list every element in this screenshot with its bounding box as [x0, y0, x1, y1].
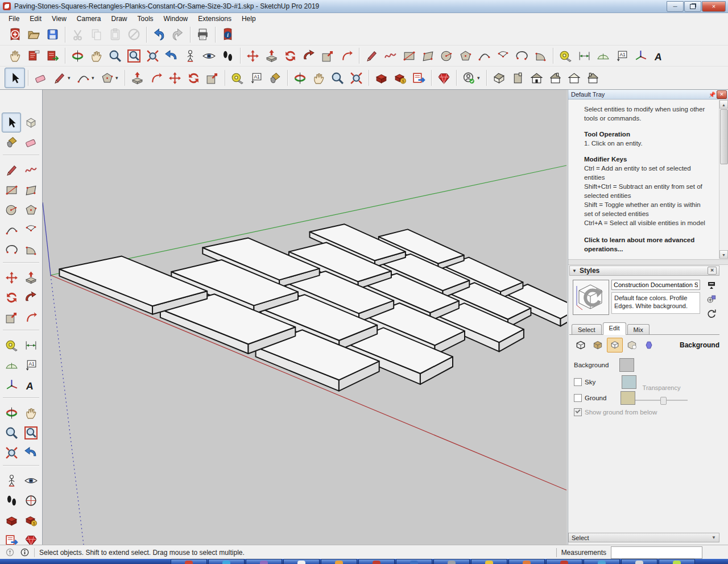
share-model-button[interactable]: $: [21, 511, 40, 530]
axes-button[interactable]: [2, 375, 21, 395]
3d-warehouse-button[interactable]: [372, 69, 391, 87]
push-pull-button[interactable]: [21, 268, 40, 288]
view-back-button[interactable]: [565, 69, 584, 87]
model-viewport[interactable]: [43, 90, 567, 545]
component-options-button[interactable]: [24, 47, 43, 65]
zoom-window-button[interactable]: [21, 423, 40, 443]
paste-button[interactable]: [106, 26, 125, 44]
rotate-button[interactable]: [281, 47, 300, 65]
rotate-button[interactable]: [184, 69, 203, 87]
edge-settings-icon[interactable]: [573, 338, 589, 353]
scroll-thumb[interactable]: [720, 109, 728, 164]
view-top-button[interactable]: [508, 69, 527, 87]
shapes-button[interactable]: [98, 69, 117, 87]
pie-button[interactable]: [21, 220, 40, 240]
paint-bucket-button[interactable]: [266, 69, 284, 87]
polygon-button[interactable]: [456, 47, 475, 65]
tray-splitter[interactable]: [568, 259, 728, 265]
interact-button[interactable]: [6, 47, 24, 65]
taskbar-app-button[interactable]: [321, 559, 357, 564]
menu-item-help[interactable]: Help: [237, 14, 261, 23]
rotate-button[interactable]: [2, 288, 21, 308]
tape-measure-button[interactable]: [2, 335, 21, 355]
circle-button[interactable]: [2, 200, 21, 220]
rectangle-button[interactable]: [400, 47, 419, 65]
component-attributes-button[interactable]: [43, 47, 62, 65]
select-button[interactable]: [2, 113, 21, 132]
pin-icon[interactable]: 📌: [708, 92, 717, 98]
sky-checkbox[interactable]: [574, 378, 582, 386]
push-pull-button[interactable]: [262, 47, 281, 65]
tab-edit[interactable]: Edit: [603, 322, 626, 335]
zoom-extents-button[interactable]: [347, 69, 366, 87]
taskbar-app-button[interactable]: [471, 559, 507, 564]
look-around-button[interactable]: [200, 47, 218, 65]
redo-button[interactable]: [168, 26, 187, 44]
orbit-button[interactable]: [68, 47, 87, 65]
send-to-layout-button[interactable]: [410, 69, 428, 87]
close-button[interactable]: ×: [702, 1, 726, 12]
line-button[interactable]: [362, 47, 381, 65]
move-button[interactable]: [166, 69, 184, 87]
rectangle-button[interactable]: [2, 180, 21, 200]
transparency-slider[interactable]: [635, 397, 688, 404]
info-icon[interactable]: [20, 548, 30, 557]
view-right-button[interactable]: [546, 69, 565, 87]
taskbar-app-button[interactable]: [659, 559, 695, 564]
arcs-dropdown[interactable]: ▾: [92, 75, 97, 81]
orbit-button[interactable]: [2, 403, 21, 423]
tape-measure-button[interactable]: [556, 47, 575, 65]
update-style-button[interactable]: [705, 308, 718, 320]
create-new-style-button[interactable]: [705, 293, 718, 305]
print-button[interactable]: [193, 26, 212, 44]
two-point-arc-button[interactable]: [2, 220, 21, 240]
previous-button[interactable]: [162, 47, 181, 65]
cut-button[interactable]: [68, 26, 87, 44]
secondary-pane-button[interactable]: [705, 280, 718, 291]
restore-button[interactable]: [684, 1, 701, 12]
text-button[interactable]: A1: [21, 355, 40, 375]
view-front-button[interactable]: [527, 69, 546, 87]
taskbar-app-button[interactable]: [546, 559, 582, 564]
background-settings-icon[interactable]: [607, 338, 623, 353]
tab-select[interactable]: Select: [572, 324, 602, 335]
zoom-button[interactable]: [106, 47, 125, 65]
new-button[interactable]: [6, 26, 24, 44]
position-camera-button[interactable]: [181, 47, 200, 65]
zoom-window-button[interactable]: [125, 47, 143, 65]
styles-close-button[interactable]: ✕: [708, 267, 717, 275]
share-model-button[interactable]: $: [391, 69, 410, 87]
dimension-button[interactable]: [21, 335, 40, 355]
walk-button[interactable]: [2, 491, 21, 511]
view-left-button[interactable]: [584, 69, 602, 87]
move-button[interactable]: [243, 47, 262, 65]
menu-item-window[interactable]: Window: [159, 14, 193, 23]
style-name-input[interactable]: [611, 280, 700, 290]
tape-measure-button[interactable]: [228, 69, 247, 87]
arcs-button[interactable]: [74, 69, 93, 87]
follow-me-button[interactable]: [300, 47, 318, 65]
three-point-arc-button[interactable]: [512, 47, 531, 65]
taskbar-app-button[interactable]: [358, 559, 395, 564]
offset-button[interactable]: [21, 308, 40, 327]
scale-button[interactable]: [318, 47, 337, 65]
3d-warehouse-button[interactable]: [2, 511, 21, 530]
copy-button[interactable]: [87, 26, 106, 44]
walk-button[interactable]: [218, 47, 237, 65]
arc-sector-button[interactable]: [21, 240, 40, 260]
style-thumbnail[interactable]: [573, 280, 609, 315]
three-point-arc-button[interactable]: [2, 240, 21, 260]
taskbar-app-button[interactable]: [208, 559, 245, 564]
text-button[interactable]: A1: [613, 47, 631, 65]
freehand-button[interactable]: [21, 160, 40, 180]
select-button[interactable]: [5, 68, 25, 88]
section-plane-button[interactable]: [21, 491, 40, 511]
taskbar-app-button[interactable]: [508, 559, 545, 564]
scale-button[interactable]: [2, 308, 21, 327]
cancel-button[interactable]: [125, 26, 143, 44]
taskbar-app-button[interactable]: [171, 559, 207, 564]
two-point-arc-button[interactable]: [475, 47, 494, 65]
rotated-rectangle-button[interactable]: [419, 47, 437, 65]
axes-button[interactable]: [631, 47, 650, 65]
scroll-up-icon[interactable]: ▲: [719, 100, 728, 109]
